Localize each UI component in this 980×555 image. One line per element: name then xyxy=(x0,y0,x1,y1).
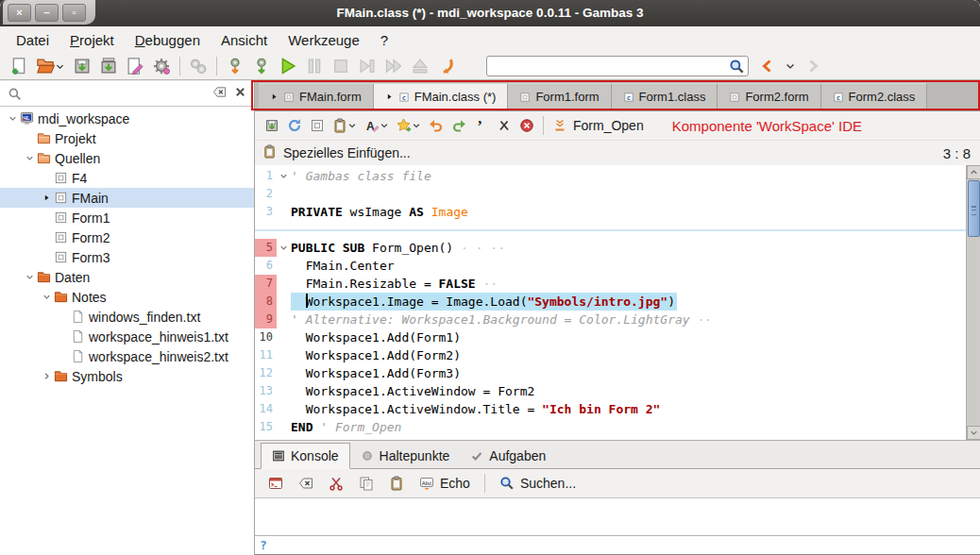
code-line-2[interactable]: 2 xyxy=(255,185,966,203)
code-line-14[interactable]: 14 Workspace1.ActiveWindow.Title = "Ich … xyxy=(255,400,966,418)
menu-item-projekt[interactable]: Projekt xyxy=(59,28,125,52)
tab-fmain-form[interactable]: FMain.form xyxy=(259,83,374,109)
code-line-10[interactable]: 10 Workspace1.Add(Form1) xyxy=(255,328,966,346)
comment-button[interactable]: ’ xyxy=(470,114,493,137)
code-line-3[interactable]: 3PRIVATE wsImage AS Image xyxy=(255,203,966,221)
code-line-11[interactable]: 11 Workspace1.Add(Form2) xyxy=(255,346,966,364)
tree-item-notes[interactable]: Notes xyxy=(0,287,254,307)
bookmark-button[interactable] xyxy=(393,114,425,137)
finish-button[interactable] xyxy=(407,54,433,78)
tree-item-symbols[interactable]: Symbols xyxy=(0,366,254,386)
revert-button[interactable] xyxy=(433,54,460,78)
tree-item-f4[interactable]: F4 xyxy=(0,168,254,188)
line-number-15[interactable]: 15 xyxy=(255,418,277,436)
paste-button[interactable] xyxy=(383,472,410,495)
procedure-button[interactable] xyxy=(549,114,571,137)
undo-button[interactable] xyxy=(425,114,448,137)
editor-scrollbar[interactable] xyxy=(966,165,980,440)
code-line-5[interactable]: 5PUBLIC SUB Form_Open() · · ·· xyxy=(255,239,966,257)
bottom-tab-aufgaben[interactable]: Aufgaben xyxy=(460,444,556,468)
step-button[interactable] xyxy=(354,54,380,78)
save-button[interactable] xyxy=(261,114,283,137)
tree-item-fmain[interactable]: FMain xyxy=(0,188,254,208)
format-button[interactable]: A xyxy=(361,114,393,137)
line-number-13[interactable]: 13 xyxy=(255,382,277,400)
console-output[interactable] xyxy=(255,498,980,535)
tree-filter-input[interactable] xyxy=(0,81,254,107)
tab-form1-form[interactable]: Form1.form xyxy=(508,83,611,109)
tree-item-projekt[interactable]: Projekt xyxy=(0,128,254,148)
menu-item-debuggen[interactable]: Debuggen xyxy=(125,28,211,52)
line-number-12[interactable]: 12 xyxy=(255,364,277,382)
save-button[interactable] xyxy=(69,54,95,78)
run-button[interactable] xyxy=(275,54,301,78)
tree-item-mdi-workspace[interactable]: HLmdi_workspace xyxy=(0,109,254,128)
line-number-7[interactable]: 7 xyxy=(255,275,277,293)
close-button[interactable]: × xyxy=(8,4,31,22)
stop-button[interactable] xyxy=(328,54,354,78)
line-number-11[interactable]: 11 xyxy=(255,346,277,364)
scroll-down-button[interactable] xyxy=(967,426,980,440)
line-number-5[interactable]: 5 xyxy=(255,239,277,257)
code-line-13[interactable]: 13 Workspace1.ActiveWindow = Form2 xyxy=(255,382,966,400)
tree-item-form2[interactable]: Form2 xyxy=(0,227,254,247)
echo-button[interactable]: AbcEcho xyxy=(414,472,476,495)
maximize-button[interactable]: ▫ xyxy=(62,4,86,22)
titlebar[interactable]: ×–▫ FMain.class (*) - mdi_workspace 0.0.… xyxy=(0,0,980,26)
tree-item-windows-finden-txt[interactable]: windows_finden.txt xyxy=(0,307,254,327)
code-line-7[interactable]: 7 FMain.Resizable = FALSE ·· xyxy=(255,275,966,293)
save-all-button[interactable] xyxy=(95,54,122,78)
menu-item-werkzeuge[interactable]: Werkzeuge xyxy=(278,28,370,52)
line-number-2[interactable]: 2 xyxy=(255,185,277,203)
tab-form2-form[interactable]: Form2.form xyxy=(718,83,820,109)
forward-button[interactable] xyxy=(380,54,407,78)
copy-button[interactable] xyxy=(353,472,380,495)
back-button[interactable] xyxy=(756,54,779,78)
code-editor[interactable]: 1' Gambas class file23PRIVATE wsImage AS… xyxy=(255,165,980,441)
line-number-1[interactable]: 1 xyxy=(255,167,277,185)
procedure-name[interactable]: Form_Open xyxy=(573,118,644,133)
scrollbar-thumb[interactable] xyxy=(968,180,980,237)
bottom-tab-haltepunkte[interactable]: Haltepunkte xyxy=(350,444,461,468)
menu-item-ansicht[interactable]: Ansicht xyxy=(211,28,278,52)
tree-item-form3[interactable]: Form3 xyxy=(0,247,254,267)
pause-button[interactable] xyxy=(301,54,328,78)
redo-button[interactable] xyxy=(448,114,470,137)
tree-item-form1[interactable]: Form1 xyxy=(0,208,254,227)
line-number-9[interactable]: 9 xyxy=(255,311,277,328)
code-line-8[interactable]: 8 Workspace1.Image = Image.Load("Symbols… xyxy=(255,293,966,311)
bottom-tab-konsole[interactable]: Konsole xyxy=(261,443,350,469)
tab-form2-class[interactable]: cForm2.class xyxy=(821,83,928,109)
compile-all-button[interactable] xyxy=(248,54,275,78)
tree-item-workspace-hinweis2-txt[interactable]: workspace_hinweis2.txt xyxy=(0,346,254,366)
tab-form1-class[interactable]: cForm1.class xyxy=(612,83,718,109)
tree-item-quellen[interactable]: Quellen xyxy=(0,148,254,168)
line-number-8[interactable]: 8 xyxy=(255,293,277,311)
code-line-9[interactable]: 9' Alternative: Workspace1.Background = … xyxy=(255,311,966,328)
line-number-10[interactable]: 10 xyxy=(255,328,277,346)
line-number-6[interactable]: 6 xyxy=(255,257,277,275)
console-input[interactable]: ? xyxy=(255,535,980,555)
close-filter-button[interactable] xyxy=(234,86,246,101)
line-number-14[interactable]: 14 xyxy=(255,400,277,418)
reload-button[interactable] xyxy=(283,114,306,137)
special-paste-item[interactable]: Spezielles Einfügen... xyxy=(283,145,411,160)
minimize-button[interactable]: – xyxy=(35,4,59,22)
history-caret-button[interactable] xyxy=(781,54,800,78)
tree-item-workspace-hinweis1-txt[interactable]: workspace_hinweis1.txt xyxy=(0,327,254,346)
paste-button[interactable] xyxy=(329,114,361,137)
terminal-button[interactable] xyxy=(262,472,289,495)
project-properties-button[interactable] xyxy=(148,54,175,78)
edit-source-button[interactable] xyxy=(122,54,148,78)
cut-button[interactable] xyxy=(323,472,349,495)
code-line-6[interactable]: 6 FMain.Center xyxy=(255,257,966,275)
compile-button[interactable] xyxy=(222,54,248,78)
open-project-button[interactable] xyxy=(32,54,69,78)
menu-item-?[interactable]: ? xyxy=(370,28,398,52)
clear-filter-button[interactable] xyxy=(212,85,227,102)
scroll-up-button[interactable] xyxy=(967,165,980,179)
line-number-3[interactable]: 3 xyxy=(255,203,277,221)
code-line-12[interactable]: 12 Workspace1.Add(Form3) xyxy=(255,364,966,382)
tab-fmain-class-[interactable]: cFMain.class (*) xyxy=(374,83,509,109)
code-line-1[interactable]: 1' Gambas class file xyxy=(255,167,966,185)
